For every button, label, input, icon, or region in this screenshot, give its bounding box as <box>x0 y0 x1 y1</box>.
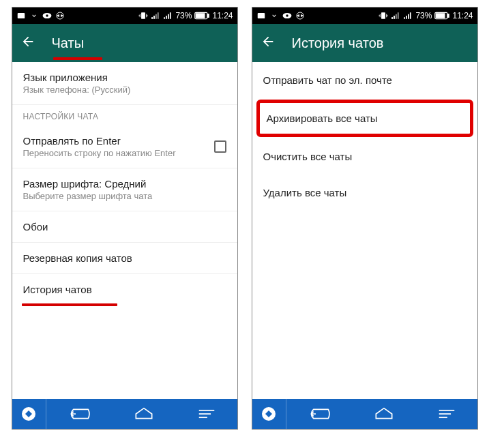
item-archive-chats[interactable]: Архивировать все чаты <box>267 113 463 124</box>
battery-text: 73% <box>415 11 432 20</box>
download-icon <box>270 12 278 20</box>
svg-rect-15 <box>382 12 386 18</box>
screen-chat-history: 73% 11:24 История чатов Отправить чат по… <box>252 7 478 430</box>
setting-sub: Переносить строку по нажатию Enter <box>23 148 214 158</box>
setting-wallpaper[interactable]: Обои <box>12 211 237 243</box>
nav-teamviewer[interactable] <box>252 399 286 429</box>
status-bar: 73% 11:24 <box>252 8 477 24</box>
setting-title: Отправлять по Enter <box>23 135 214 147</box>
teamviewer-icon <box>20 406 37 422</box>
vibrate-icon <box>138 12 148 20</box>
eye-icon <box>282 12 292 19</box>
item-clear-chats[interactable]: Очистить все чаты <box>252 138 477 175</box>
setting-font-size[interactable]: Размер шрифта: Средний Выберите размер ш… <box>12 168 237 211</box>
battery-icon <box>434 12 449 20</box>
signal-icon <box>151 12 160 20</box>
signal2-icon <box>163 12 173 20</box>
nav-home-button[interactable] <box>374 407 394 421</box>
teamviewer-icon <box>56 12 64 20</box>
page-title: Чаты <box>52 35 85 51</box>
svg-point-13 <box>286 14 288 17</box>
item-delete-chats[interactable]: Удалить все чаты <box>252 175 477 211</box>
notif-icon <box>16 11 26 20</box>
svg-rect-11 <box>257 13 265 18</box>
svg-rect-6 <box>208 14 209 18</box>
setting-enter-send[interactable]: Отправлять по Enter Переносить строку по… <box>12 125 237 168</box>
svg-rect-4 <box>142 12 146 18</box>
battery-text: 73% <box>175 11 192 20</box>
screen-chats: 73% 11:24 Чаты Язык приложения Язык теле… <box>12 7 238 430</box>
nav-back-button[interactable] <box>68 407 91 421</box>
back-icon[interactable] <box>20 34 35 52</box>
nav-home-button[interactable] <box>134 407 154 421</box>
checkbox-enter-send[interactable] <box>214 140 226 153</box>
nav-recent-button[interactable] <box>438 408 456 420</box>
highlight-underline <box>22 303 117 306</box>
battery-icon <box>194 12 209 20</box>
setting-sub: Выберите размер шрифта чата <box>23 191 226 201</box>
setting-title: Язык приложения <box>23 72 226 83</box>
setting-history[interactable]: История чатов <box>12 274 237 305</box>
svg-rect-0 <box>17 13 25 18</box>
status-bar: 73% 11:24 <box>12 8 237 24</box>
nav-bar <box>12 399 237 429</box>
signal2-icon <box>403 12 413 20</box>
nav-teamviewer[interactable] <box>12 399 46 429</box>
vibrate-icon <box>379 12 388 20</box>
setting-sub: Язык телефона: (Русский) <box>23 85 226 95</box>
setting-title: Резервная копия чатов <box>23 252 226 264</box>
eye-icon <box>42 12 52 19</box>
teamviewer-icon <box>261 406 277 422</box>
svg-rect-7 <box>196 14 205 18</box>
setting-title: Размер шрифта: Средний <box>23 178 226 190</box>
highlight-box: Архивировать все чаты <box>256 100 473 137</box>
download-icon <box>30 12 38 20</box>
svg-rect-17 <box>448 14 449 18</box>
item-email-chat[interactable]: Отправить чат по эл. почте <box>252 62 477 98</box>
signal-icon <box>391 12 400 20</box>
setting-language[interactable]: Язык приложения Язык телефона: (Русский) <box>12 62 237 105</box>
app-bar: История чатов <box>252 24 477 62</box>
svg-rect-18 <box>436 14 445 18</box>
back-icon[interactable] <box>261 34 276 52</box>
nav-back-button[interactable] <box>308 407 331 421</box>
clock: 11:24 <box>212 11 233 20</box>
history-list: Отправить чат по эл. почте Архивировать … <box>252 62 477 399</box>
setting-title: История чатов <box>23 284 226 295</box>
section-header: НАСТРОЙКИ ЧАТА <box>12 105 237 125</box>
clock: 11:24 <box>452 11 473 20</box>
app-bar: Чаты <box>12 24 237 62</box>
settings-list: Язык приложения Язык телефона: (Русский)… <box>12 62 237 399</box>
setting-backup[interactable]: Резервная копия чатов <box>12 243 237 274</box>
highlight-underline <box>53 57 102 60</box>
svg-point-2 <box>46 14 48 17</box>
page-title: История чатов <box>292 35 384 51</box>
nav-recent-button[interactable] <box>198 408 216 420</box>
nav-bar <box>252 399 477 429</box>
teamviewer-icon <box>296 12 304 20</box>
notif-icon <box>256 11 266 20</box>
setting-title: Обои <box>23 221 226 233</box>
